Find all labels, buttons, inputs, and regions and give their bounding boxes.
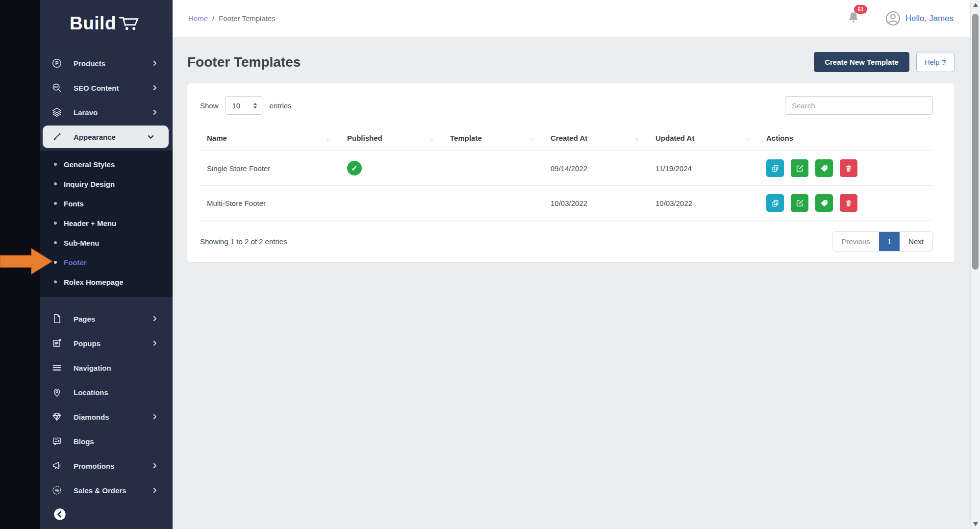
cell-created-at: 09/14/2022 [546,151,651,186]
sort-icon[interactable]: ↑↓ [634,135,638,143]
chevron-right-icon [152,85,158,91]
svg-text:SEO: SEO [54,86,59,88]
bullet-icon [54,241,57,244]
search-input[interactable] [785,96,933,115]
delete-button[interactable] [840,159,857,177]
column-header-name[interactable]: Name↑↓ [200,128,342,151]
breadcrumb-home-link[interactable]: Home [188,14,208,23]
cell-actions [761,151,933,186]
breadcrumb: Home / Footer Templates [188,14,276,23]
main-area: Home / Footer Templates 51 Hello, James … [173,0,970,529]
table-summary: Showing 1 to 2 of 2 entries [200,237,287,246]
column-header-updated-at[interactable]: Updated At↑↓ [651,128,761,151]
entries-label: entries [270,101,292,110]
sidebar-item-laravo[interactable]: Laravo [40,100,173,125]
sidebar-item-label: Promotions [74,462,114,470]
brand-logo-text: Build [70,13,116,34]
cell-template [445,151,546,186]
pagination-page-1[interactable]: 1 [879,232,900,251]
cell-name: Multi-Store Footer [200,186,342,221]
submenu-item-header-menu[interactable]: Header + Menu [40,213,173,233]
sort-icon[interactable]: ↑↓ [429,135,432,143]
sort-icon[interactable]: ↑↓ [529,135,533,143]
notification-count-badge: 51 [854,5,867,14]
tag-button[interactable] [815,159,833,177]
sidebar-item-diamonds[interactable]: Diamonds [40,404,173,429]
sidebar-item-navigation[interactable]: Navigation [40,355,173,380]
svg-text:P: P [55,61,59,66]
left-black-strip [0,0,40,529]
chevron-right-icon [152,60,158,66]
tag-button[interactable] [815,194,833,212]
sidebar-item-blogs[interactable]: Blogs [40,429,173,453]
create-new-template-button[interactable]: Create New Template [814,52,909,72]
pagination-next[interactable]: Next [900,232,932,251]
cell-actions [761,186,933,221]
chevron-down-icon [148,134,154,140]
sidebar-item-pages[interactable]: Pages [40,306,173,331]
scroll-up-arrow-icon[interactable] [973,3,978,7]
chevron-right-icon [152,414,158,420]
sidebar-collapse-button[interactable] [53,507,67,521]
sort-icon[interactable]: ↑↓ [745,135,749,143]
sidebar-item-seo-content[interactable]: SEO SEO Content [40,76,173,100]
sidebar-nav-top: P Products SEO SEO Content Laravo [40,47,173,149]
sidebar-item-label: Laravo [74,108,98,117]
cell-updated-at: 10/03/2022 [651,186,761,221]
chevron-right-icon [152,109,158,115]
delete-button[interactable] [840,194,857,212]
duplicate-button[interactable] [766,194,784,212]
notifications-button[interactable]: 51 [847,11,860,26]
sidebar-item-sales-orders[interactable]: % Sales & Orders [40,478,173,503]
tag-icon [820,164,829,173]
submenu-item-inquiry-design[interactable]: Inquiry Design [40,174,173,194]
published-check-icon: ✓ [347,161,362,176]
sidebar-item-popups[interactable]: Popups [40,331,173,355]
sidebar-item-products[interactable]: P Products [40,51,173,76]
submenu-item-footer[interactable]: Footer [40,252,173,272]
app-window: Build P Products SEO SEO Content [0,0,980,529]
seo-search-icon: SEO [51,82,63,93]
submenu-item-fonts[interactable]: Fonts [40,194,173,213]
cell-created-at: 10/03/2022 [546,186,651,221]
percent-badge-icon: % [51,485,63,496]
hamburger-menu-icon [51,362,63,373]
sidebar-item-promotions[interactable]: Promotions [40,453,173,478]
duplicate-button[interactable] [766,159,784,177]
user-menu[interactable]: Hello, James [885,11,954,26]
sidebar-item-locations[interactable]: Locations [40,380,173,404]
chevron-right-icon [152,463,158,469]
pagination-previous[interactable]: Previous [832,232,879,251]
scroll-down-arrow-icon[interactable] [973,522,978,526]
popup-window-icon [51,338,63,349]
copy-icon [771,199,779,207]
column-header-published[interactable]: Published↑↓ [342,128,445,151]
sidebar-item-label: Sales & Orders [74,486,126,495]
column-header-created-at[interactable]: Created At↑↓ [546,128,651,151]
bullet-icon [54,261,57,264]
submenu-item-sub-menu[interactable]: Sub-Menu [40,233,173,252]
column-header-template[interactable]: Template↑↓ [445,128,546,151]
submenu-item-rolex-homepage[interactable]: Rolex Homepage [40,272,173,292]
scrollbar-thumb[interactable] [972,14,979,270]
help-button[interactable]: Help ? [916,52,955,72]
edit-button[interactable] [791,159,808,177]
sidebar: Build P Products SEO SEO Content [40,0,173,529]
footer-templates-table: Name↑↓ Published↑↓ Template↑↓ Created At… [200,128,933,221]
entries-per-page-select[interactable]: 10 [225,96,263,115]
table-row: Single Store Footer ✓ 09/14/2022 11/19/2… [200,151,933,186]
sort-icon[interactable]: ↑↓ [326,135,329,143]
circle-left-arrow-icon [53,507,67,521]
templates-table-card: Show 10 entries Name↑↓ Publis [187,83,955,262]
sidebar-item-appearance[interactable]: Appearance [43,126,169,148]
sidebar-nav-bottom: Pages Popups Navigation Locat [40,302,173,503]
chevron-right-icon [152,316,158,322]
submenu-item-general-styles[interactable]: General Styles [40,154,173,174]
diamond-icon [51,411,63,422]
edit-button[interactable] [791,194,808,212]
cart-icon [118,14,140,33]
brand-logo[interactable]: Build [40,0,173,47]
edit-pencil-icon [796,164,804,173]
vertical-scrollbar[interactable] [970,0,980,529]
breadcrumb-separator: / [212,14,214,23]
